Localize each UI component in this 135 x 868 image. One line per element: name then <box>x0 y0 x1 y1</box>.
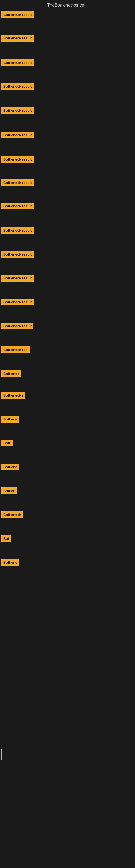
list-item[interactable]: Bottleneck <box>0 509 135 532</box>
bottleneck-badge[interactable]: Bottleneck result <box>1 83 34 90</box>
bottleneck-badge[interactable]: Bottleneck r <box>1 392 26 399</box>
bottleneck-badge[interactable]: Bottleneck <box>1 511 23 518</box>
bottleneck-badge[interactable]: Bottleneck result <box>1 131 34 138</box>
bottleneck-badge[interactable]: Bottlenec <box>1 370 21 377</box>
list-item[interactable]: Bottleneck result <box>0 249 135 272</box>
list-item[interactable]: Bottl <box>0 437 135 461</box>
site-title: TheBottlenecker.com <box>0 0 135 9</box>
list-item[interactable]: Bottler <box>0 485 135 508</box>
bottleneck-badge[interactable]: Bottleneck result <box>1 251 34 258</box>
list-item[interactable]: Bottleneck result <box>0 9 135 33</box>
rows-container: Bottleneck resultBottleneck resultBottle… <box>0 9 135 866</box>
bottleneck-badge[interactable]: Bottleneck result <box>1 156 34 163</box>
bottleneck-badge[interactable]: Bottleneck result <box>1 203 34 209</box>
list-item[interactable]: Bottleneck result <box>0 105 135 128</box>
bottleneck-badge[interactable]: Bottleneck result <box>1 179 34 186</box>
bottleneck-badge[interactable]: Bottlene <box>1 464 19 470</box>
list-item[interactable]: Bottleneck r <box>0 390 135 413</box>
bottleneck-badge[interactable]: Bottl <box>1 440 13 446</box>
list-item[interactable]: Bottlene <box>0 557 135 580</box>
bottleneck-badge[interactable]: Bottleneck result <box>1 59 34 66</box>
list-item[interactable]: Bottleneck result <box>0 33 135 56</box>
list-item[interactable]: Bottleneck result <box>0 225 135 248</box>
bottleneck-badge[interactable]: Bottleneck result <box>1 35 34 41</box>
list-item[interactable]: Bottleneck result <box>0 177 135 200</box>
bottleneck-badge[interactable]: Bottleneck result <box>1 107 34 114</box>
list-item[interactable]: Bottleneck res <box>0 344 135 368</box>
list-item[interactable]: Bottleneck result <box>0 154 135 177</box>
cursor-indicator <box>1 749 2 760</box>
list-item[interactable]: Bot <box>0 533 135 556</box>
list-item[interactable]: Bottleneck result <box>0 81 135 104</box>
page-wrapper: TheBottlenecker.com Bottleneck resultBot… <box>0 0 135 868</box>
bottleneck-badge[interactable]: Bottleneck result <box>1 299 34 305</box>
bottleneck-badge[interactable]: Bottler <box>1 488 17 494</box>
bottleneck-badge[interactable]: Bottleneck result <box>1 227 34 234</box>
list-item[interactable]: Bottleneck result <box>0 57 135 81</box>
bottleneck-badge[interactable]: Bottleneck res <box>1 346 30 353</box>
list-item[interactable]: Bottlenec <box>0 368 135 392</box>
list-item[interactable]: Bottlene <box>0 461 135 485</box>
bottleneck-badge[interactable]: Bottlene <box>1 559 19 566</box>
bottleneck-badge[interactable]: Bottleneck result <box>1 275 34 282</box>
list-item[interactable]: Bottleneck result <box>0 320 135 344</box>
list-item[interactable]: Bottleneck result <box>0 297 135 320</box>
list-item[interactable]: Bottleneck result <box>0 200 135 224</box>
bottleneck-badge[interactable]: Bottlene <box>1 416 19 423</box>
bottleneck-badge[interactable]: Bot <box>1 535 11 542</box>
list-item[interactable]: Bottleneck result <box>0 129 135 153</box>
bottleneck-badge[interactable]: Bottleneck result <box>1 322 34 329</box>
list-item[interactable]: Bottleneck result <box>0 273 135 296</box>
list-item[interactable]: Bottlene <box>0 414 135 437</box>
bottleneck-badge[interactable]: Bottleneck result <box>1 11 34 18</box>
